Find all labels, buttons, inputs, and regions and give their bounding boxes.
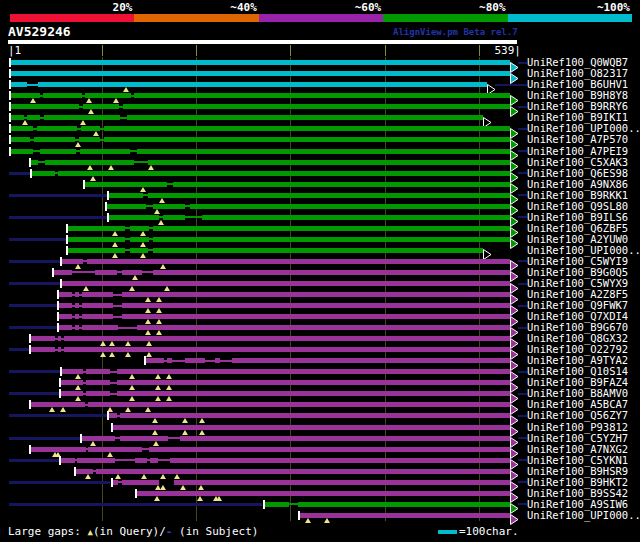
alignment-segment [32, 171, 55, 176]
alignment-row[interactable]: UniRef100_C5YKN1 [0, 455, 640, 466]
alignment-start-tick [29, 334, 31, 343]
subject-overhang-right [518, 150, 527, 152]
subject-overhang-left [9, 260, 60, 263]
alignment-row[interactable]: UniRef100_Q56ZY7 [0, 410, 640, 421]
alignment-start-tick [57, 323, 59, 332]
alignment-row[interactable]: UniRef100_UPI000.. [0, 510, 640, 521]
alignment-start-tick [29, 158, 31, 167]
alignment-start-tick [29, 345, 31, 354]
legend-label: ~60% [355, 1, 382, 14]
alignment-start-tick [57, 301, 59, 310]
subject-overhang-left [9, 392, 59, 395]
alignment-start-tick [59, 378, 61, 387]
subject-overhang-left [9, 238, 66, 241]
sequence-label: UniRef100_Q56ZY7 [527, 410, 628, 421]
alignment-segment [153, 270, 510, 275]
alignment-start-tick [263, 500, 265, 509]
alignment-segment [27, 115, 40, 120]
sequence-label: UniRef100_C5XAK3 [527, 157, 628, 168]
alignment-start-tick [57, 312, 59, 321]
alignment-row[interactable]: UniRef100_A7PEI9 [0, 146, 640, 157]
alignment-start-tick [29, 400, 31, 409]
legend-segment [383, 14, 507, 22]
alignment-segment [80, 149, 130, 154]
alignment-segment [173, 182, 510, 187]
subject-overhang-left [9, 481, 110, 484]
sequence-label: UniRef100_A7NXG2 [527, 444, 628, 455]
alignment-start-tick [66, 246, 68, 255]
alignment-segment [220, 360, 232, 362]
alignment-segment [130, 150, 137, 152]
alignment-start-tick [105, 202, 107, 211]
alignment-segment [31, 402, 85, 407]
alignment-segment [137, 491, 510, 496]
alignment-segment [148, 160, 510, 165]
alignment-segment [149, 447, 510, 452]
alignment-segment [33, 150, 40, 152]
alignment-start-tick [135, 489, 137, 498]
subject-overhang-right [518, 216, 527, 218]
alignment-segment [142, 448, 149, 450]
scale-tick [290, 45, 291, 56]
legend-segment [10, 14, 134, 22]
alignment-segment [153, 237, 510, 242]
alignment-segment [77, 458, 115, 463]
alignment-segment [59, 314, 72, 319]
alignment-segment [185, 216, 202, 218]
alignment-segment [110, 393, 117, 395]
alignment-row[interactable]: UniRef100_Q6ES98 [0, 168, 640, 179]
alignment-start-tick [111, 478, 113, 487]
alignment-segment [31, 160, 38, 165]
subject-overhang-left [9, 304, 57, 307]
gap-legend: Large gaps: ▲(in Query)/- (in Subject) [8, 525, 258, 538]
alignment-segment [86, 369, 110, 374]
alignment-segment [117, 391, 510, 396]
subject-overhang-right [518, 283, 527, 285]
alignment-start-tick [83, 180, 85, 189]
alignment-segment [113, 316, 122, 318]
subject-overhang-left [9, 326, 57, 329]
legend-segment [259, 14, 383, 22]
alignment-segment [10, 149, 33, 154]
alignment-row[interactable]: UniRef100_C5XAK3 [0, 157, 640, 168]
alignment-segment [120, 413, 510, 418]
gap-legend-text: Large gaps: [8, 525, 87, 538]
alignment-segment [202, 215, 510, 220]
subject-overhang-right [518, 106, 527, 108]
legend-segment [134, 14, 258, 22]
alignment-segment [10, 104, 79, 109]
alignment-segment [146, 205, 153, 207]
alignment-segment [153, 226, 510, 231]
alignment-segment [59, 325, 72, 330]
alignment-segment [10, 126, 33, 131]
alignment-start-tick [74, 467, 76, 476]
alignment-segment [54, 270, 72, 275]
alignment-segment [10, 71, 510, 76]
alignment-segment [289, 503, 298, 505]
alignment-segment [134, 161, 148, 163]
alignment-segment [122, 480, 159, 485]
subject-overhang-right [518, 437, 527, 439]
alignment-start-tick [80, 434, 82, 443]
alignment-segment [122, 314, 510, 319]
alignment-row[interactable]: UniRef100_A9NX86 [0, 179, 640, 190]
subject-overhang-right [518, 62, 527, 64]
alignment-start-tick [59, 389, 61, 398]
alignment-segment [265, 502, 289, 507]
sequence-label: UniRef100_Q6ES98 [527, 168, 628, 179]
alignment-segment [153, 248, 483, 253]
alignment-row[interactable]: UniRef100_P93812 [0, 422, 640, 433]
subject-overhang-left [9, 503, 262, 506]
alignment-row[interactable]: UniRef100_A7P570 [0, 134, 640, 145]
scale-tick [479, 45, 480, 56]
alignment-row[interactable]: UniRef100_C5YZH7 [0, 433, 640, 444]
alignment-segment [110, 382, 117, 384]
alignment-row[interactable]: UniRef100_A7NXG2 [0, 444, 640, 455]
alignment-segment [88, 447, 142, 452]
alignment-segment [109, 215, 159, 220]
alignment-segment [300, 513, 510, 518]
alignment-start-tick [30, 169, 32, 178]
alignment-segment [58, 171, 510, 176]
alignment-start-tick [66, 224, 68, 233]
subject-overhang-right [518, 194, 527, 196]
